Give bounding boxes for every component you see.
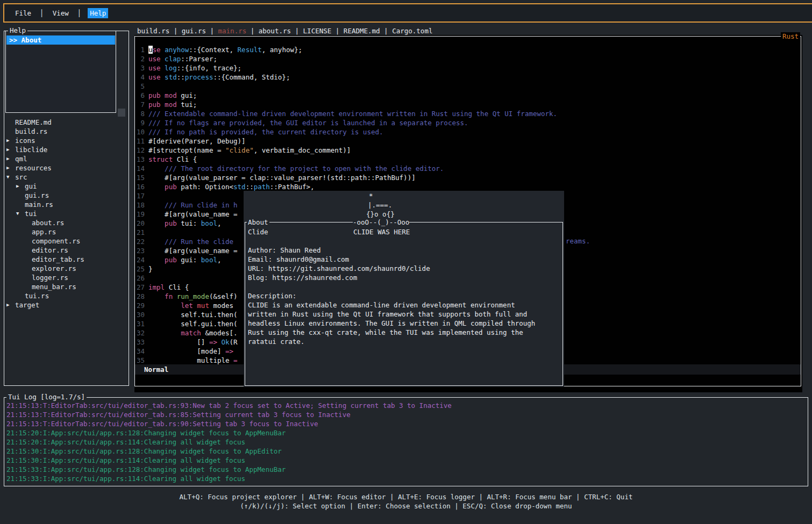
menu-separator: │ [40, 9, 44, 18]
log-entry: 21:15:33:I:App:src/tui/app.rs:128:Changi… [6, 465, 286, 474]
tree-item-label: editor.rs [32, 246, 68, 255]
code-text: match &modes[. [148, 329, 238, 337]
tree-item-app-rs[interactable]: app.rs [4, 227, 128, 236]
tree-item-label: editor_tab.rs [32, 255, 84, 264]
code-text: [mode] => [148, 347, 233, 355]
line-number: 21 [136, 228, 145, 237]
tree-item-main-rs[interactable]: main.rs [4, 200, 128, 209]
tree-item-explorer-rs[interactable]: explorer.rs [4, 264, 128, 273]
code-line: 16 pub path: Option<std::path::PathBuf>, [136, 182, 800, 191]
tab-build-rs[interactable]: build.rs [137, 27, 169, 35]
about-popup-row: URL: https://git.shaunreed.com/shaunrd0/… [248, 264, 562, 273]
help-dropdown-menu: Help >> About [5, 31, 116, 113]
tab-main-rs[interactable]: main.rs [218, 27, 247, 35]
footer-keybindings-line2: (↑/k)/(↓/j): Select option | Enter: Choo… [0, 501, 812, 511]
tree-item-gui-rs[interactable]: gui.rs [4, 191, 128, 200]
help-dropdown-title: Help [8, 26, 27, 35]
about-popup-row: written in Rust using the Qt UI framewor… [248, 310, 562, 319]
tree-item-tui-rs[interactable]: tui.rs [4, 291, 128, 300]
tree-item-target[interactable]: ▶target [4, 300, 128, 310]
line-number: 13 [136, 155, 145, 164]
code-text: fn run_mode(&self) [148, 292, 238, 300]
log-entry: 21:15:33:I:App:src/tui/app.rs:114:Cleari… [6, 474, 245, 483]
tree-item-label: about.rs [32, 218, 64, 227]
about-popup-row [248, 282, 562, 291]
tree-item-label: build.rs [15, 127, 47, 136]
line-number: 33 [136, 338, 145, 347]
line-number: 30 [136, 310, 145, 319]
tree-item-tui[interactable]: ▼tui [4, 209, 128, 218]
tree-item-readme-md[interactable]: README.md [4, 118, 128, 127]
line-number: 9 [136, 118, 145, 127]
tree-item-logger-rs[interactable]: logger.rs [4, 273, 128, 282]
chevron-collapsed-icon: ▶ [6, 163, 9, 173]
tree-item-label: icons [15, 136, 35, 145]
code-line: 1use anyhow::{Context, Result, anyhow}; [136, 45, 800, 54]
code-line: 12#[structopt(name = "clide", verbatim_d… [136, 146, 800, 155]
tree-item-label: app.rs [32, 227, 56, 236]
line-number: 23 [136, 246, 145, 255]
tab-about-rs[interactable]: about.rs [259, 27, 291, 35]
menu-bar: File│View│Help [3, 3, 812, 23]
tree-item-build-rs[interactable]: build.rs [4, 127, 128, 136]
tab-gui-rs[interactable]: gui.rs [182, 27, 206, 35]
ascii-art-pipe: |.===. [368, 200, 392, 210]
tree-item-menu-bar-rs[interactable]: menu_bar.rs [4, 282, 128, 291]
tab-license[interactable]: LICENSE [303, 27, 332, 35]
tui-log-title: Tui Log [log=1.7/s] [6, 393, 87, 401]
footer-keybindings-line1: ALT+Q: Focus project explorer | ALT+W: F… [0, 492, 812, 501]
tree-item-src[interactable]: ▼src [4, 173, 128, 182]
ascii-art-bridge: -ooO--(_)--Ooo [353, 218, 409, 226]
tab-cargo-toml[interactable]: Cargo.toml [392, 27, 432, 35]
code-line: 8/// Extendable command-line driven deve… [136, 109, 800, 118]
tree-item-component-rs[interactable]: component.rs [4, 236, 128, 246]
dropdown-item-about[interactable]: >> About [6, 35, 115, 45]
line-number: 14 [136, 164, 145, 173]
chevron-collapsed-icon: ▶ [6, 300, 9, 310]
about-popup-row: Description: [248, 291, 562, 300]
code-line: 7pub mod tui; [136, 100, 800, 109]
log-entry: 21:15:13:T:EditorTab:src/tui/editor_tab.… [6, 401, 452, 410]
code-text: /// Extendable command-line driven devel… [148, 110, 557, 118]
chevron-expanded-icon: ▼ [6, 173, 9, 182]
clide-tui-app: File│View│Help README.mdbuild.rs▶icons▶l… [0, 0, 812, 524]
code-line: 14 /// The root directory for the projec… [136, 164, 800, 173]
about-popup-row: ratatui crate. [248, 337, 562, 346]
tab-separator: | [206, 27, 218, 35]
code-text: pub gui: bool, [148, 256, 221, 264]
text-cursor: u [148, 46, 153, 54]
code-text: pub mod tui; [148, 101, 197, 109]
menu-separator: │ [77, 9, 82, 18]
tree-item-editor-tab-rs[interactable]: editor_tab.rs [4, 255, 128, 264]
chevron-expanded-icon: ▼ [16, 209, 19, 218]
line-number: 31 [136, 319, 145, 328]
line-number: 19 [136, 210, 145, 219]
chevron-collapsed-icon: ▶ [16, 182, 19, 191]
menu-item-help[interactable]: Help [88, 8, 108, 18]
menu-item-file[interactable]: File [13, 8, 33, 18]
tree-item-about-rs[interactable]: about.rs [4, 218, 128, 227]
tree-item-editor-rs[interactable]: editor.rs [4, 246, 128, 255]
editor-tab-bar: build.rs | gui.rs | main.rs | about.rs |… [137, 26, 432, 35]
tree-item-libclide[interactable]: ▶libclide [4, 145, 128, 154]
code-text: struct Cli { [148, 155, 197, 163]
menu-item-view[interactable]: View [51, 8, 71, 18]
code-line: 13struct Cli { [136, 155, 800, 164]
tab-separator: | [169, 27, 182, 35]
about-banner: CLIDE WAS HERE [353, 227, 410, 236]
tab-readme-md[interactable]: README.md [344, 27, 380, 35]
tree-item-resources[interactable]: ▶resources [4, 163, 128, 173]
log-entry: 21:15:13:T:EditorTab:src/tui/editor_tab.… [6, 419, 318, 428]
code-line: 11#[derive(Parser, Debug)] [136, 137, 800, 146]
tree-item-label: tui [25, 209, 37, 218]
line-number: 24 [136, 255, 145, 264]
line-number: 27 [136, 283, 145, 292]
tree-item-icons[interactable]: ▶icons [4, 136, 128, 145]
line-number: 8 [136, 109, 145, 118]
code-line-overflow: reams. [566, 236, 590, 246]
chevron-collapsed-icon: ▶ [6, 154, 9, 163]
explorer-scrollbar-thumb[interactable] [118, 109, 125, 117]
tree-item-qml[interactable]: ▶qml [4, 154, 128, 163]
code-text: #[arg(value_name = [148, 210, 238, 218]
tree-item-gui[interactable]: ▶gui [4, 182, 128, 191]
